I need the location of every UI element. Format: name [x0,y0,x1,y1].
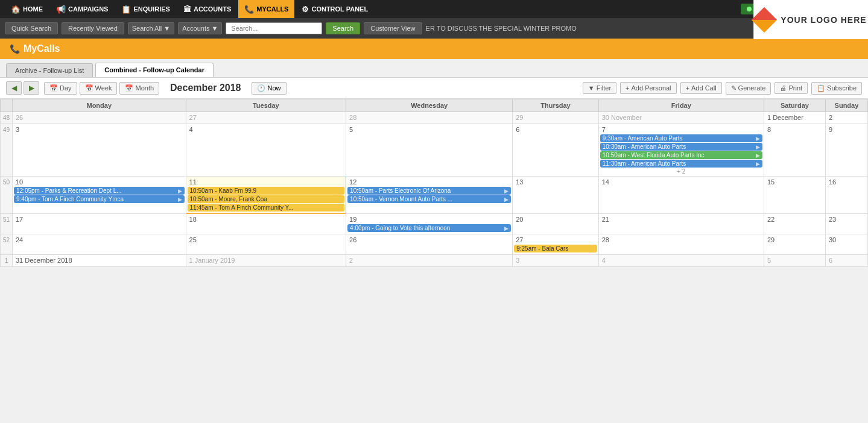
calendar-cell[interactable]: 1110:50am - Kaab Fm 99.910:50am - Moore,… [186,177,346,214]
calendar-cell[interactable]: 279:25am - Bala Cars [513,234,599,255]
calendar-cell[interactable]: 2 [346,255,513,267]
calendar-cell[interactable]: 14 [598,177,764,214]
calendar-cell[interactable]: 23 [825,214,867,234]
calendar-event[interactable]: 10:50am - Moore, Frank Coa [188,195,345,203]
calendar-cell[interactable]: 22 [764,214,825,234]
calendar-event[interactable]: 12:05pm - Parks & Recreation Dept L...▶ [14,187,185,195]
calendar-event[interactable]: 11:45am - Tom A Finch Community Y... [188,204,345,212]
search-bar: Quick Search Recently Viewed Search All … [0,18,868,39]
more-events[interactable]: + 2 [600,168,762,175]
calendar-event[interactable]: 10:50am - Vernon Mount Auto Parts ...▶ [347,195,511,203]
cell-date: 29 [514,113,597,122]
calendar-event[interactable]: 10:50am - Parts Electronic Of Arizona▶ [347,187,511,195]
calendar-cell[interactable]: 1 January 2019 [186,255,346,267]
calendar-cell[interactable]: 25 [186,234,346,255]
calendar-cell[interactable]: 29 [513,112,599,124]
calendar-cell[interactable]: 21 [598,214,764,234]
cell-date: 6 [827,256,866,265]
calendar-cell[interactable]: 26 [346,234,513,255]
prev-arrow-button[interactable]: ◀ [6,81,22,95]
nav-campaigns[interactable]: 📢 CAMPAIGNS [50,0,114,18]
day-view-button[interactable]: 📅 Day [44,82,77,95]
logo-diamond [752,7,777,32]
calendar-cell[interactable]: 30 November [598,112,764,124]
calendar-cell[interactable]: 29 [764,234,825,255]
calendar-event[interactable]: 11:30am - American Auto Parts▶ [600,160,762,168]
calendar-cell[interactable]: 30 [825,234,867,255]
tab-archive-followup[interactable]: Archive - Follow-up List [6,63,93,77]
calendar-cell[interactable]: 9 [825,124,867,177]
accounts-label: Accounts [182,25,209,32]
customer-view-button[interactable]: Customer View [364,22,422,34]
search-go-button[interactable]: Search [326,22,360,34]
calendar-cell[interactable]: 17 [13,214,186,234]
calendar-cell[interactable]: 18 [186,214,346,234]
calendar-cell[interactable]: 28 [346,112,513,124]
calendar-week-49: 49345679:30am - American Auto Parts▶10:3… [1,124,868,177]
print-button[interactable]: 🖨 Print [775,82,808,94]
day-header-thursday: Thursday [513,99,599,112]
calendar-cell[interactable]: 4 [186,124,346,177]
calendar-cell[interactable]: 4 [598,255,764,267]
calendar-event[interactable]: 10:50am - West Florida Auto Parts Inc▶ [600,151,762,159]
nav-enquiries[interactable]: 📋 ENQUIRIES [115,0,176,18]
calendar-cell[interactable]: 79:30am - American Auto Parts▶10:30am - … [598,124,764,177]
calendar-cell[interactable]: 24 [13,234,186,255]
search-all-dropdown[interactable]: Search All ▼ [128,22,174,34]
campaigns-icon: 📢 [56,5,66,14]
nav-accounts[interactable]: 🏛 ACCOUNTS [177,0,237,18]
accounts-dropdown[interactable]: Accounts ▼ [178,22,222,34]
cell-date: 23 [827,215,866,224]
calendar-cell[interactable]: 3 [13,124,186,177]
nav-mycalls[interactable]: 📞 MYCALLS [238,0,294,18]
recently-viewed-button[interactable]: Recently Viewed [62,22,124,34]
calendar-event[interactable]: 4:00pm - Going to Vote this afternoon▶ [347,224,511,232]
now-button[interactable]: 🕐 Now [252,82,286,95]
accounts-icon: 🏛 [183,5,191,14]
calendar-cell[interactable]: 31 December 2018 [13,255,186,267]
nav-home[interactable]: 🏠 HOME [5,0,49,18]
calendar-cell[interactable]: 3 [513,255,599,267]
calendar-cell[interactable]: 1012:05pm - Parks & Recreation Dept L...… [13,177,186,214]
add-personal-button[interactable]: + Add Personal [620,82,676,94]
add-call-button[interactable]: + Add Call [680,82,722,94]
cell-date: 12 [347,178,511,186]
subscribe-button[interactable]: 📋 Subscribe [811,82,862,95]
calendar-cell[interactable]: 8 [764,124,825,177]
calendar-event[interactable]: 9:25am - Bala Cars [514,245,597,252]
cell-date: 11 [188,178,345,186]
calendar-cell[interactable]: 5 [764,255,825,267]
calendar-cell[interactable]: 27 [186,112,346,124]
calendar-cell[interactable]: 194:00pm - Going to Vote this afternoon▶ [346,214,513,234]
calendar-cell[interactable]: 26 [13,112,186,124]
calendar-cell[interactable]: 6 [513,124,599,177]
filter-button[interactable]: ▼ Filter [583,82,616,94]
generate-button[interactable]: ✎ Generate [726,82,771,95]
calendar-cell[interactable]: 28 [598,234,764,255]
calendar-cell[interactable]: 13 [513,177,599,214]
cell-date: 18 [188,215,345,224]
calendar-cell[interactable]: 1210:50am - Parts Electronic Of Arizona▶… [346,177,513,214]
calendar-event[interactable]: 9:30am - American Auto Parts▶ [600,134,762,142]
next-arrow-button[interactable]: ▶ [24,81,39,95]
cell-date: 4 [188,125,345,134]
quick-search-button[interactable]: Quick Search [5,22,58,34]
tab-combined-calendar[interactable]: Combined - Follow-up Calendar [95,63,214,77]
cell-date: 7 [600,125,762,134]
print-icon: 🖨 [780,84,787,92]
calendar-cell[interactable]: 2 [825,112,867,124]
calendar-cell[interactable]: 6 [825,255,867,267]
calendar-event[interactable]: 9:40pm - Tom A Finch Community Ymca▶ [14,195,185,203]
calendar-event[interactable]: 10:50am - Kaab Fm 99.9 [188,187,345,195]
calendar-cell[interactable]: 15 [764,177,825,214]
calendar-cell[interactable]: 1 December [764,112,825,124]
month-view-button[interactable]: 📅 Month [119,82,159,95]
week-view-button[interactable]: 📅 Week [80,82,118,95]
calendar-cell[interactable]: 20 [513,214,599,234]
calendar-event[interactable]: 10:30am - American Auto Parts▶ [600,143,762,151]
nav-control-panel[interactable]: ⚙ CONTROL PANEL [296,0,374,18]
calendar-cell[interactable]: 5 [346,124,513,177]
generate-label: Generate [738,84,766,92]
calendar-cell[interactable]: 16 [825,177,867,214]
search-input[interactable] [226,22,322,34]
